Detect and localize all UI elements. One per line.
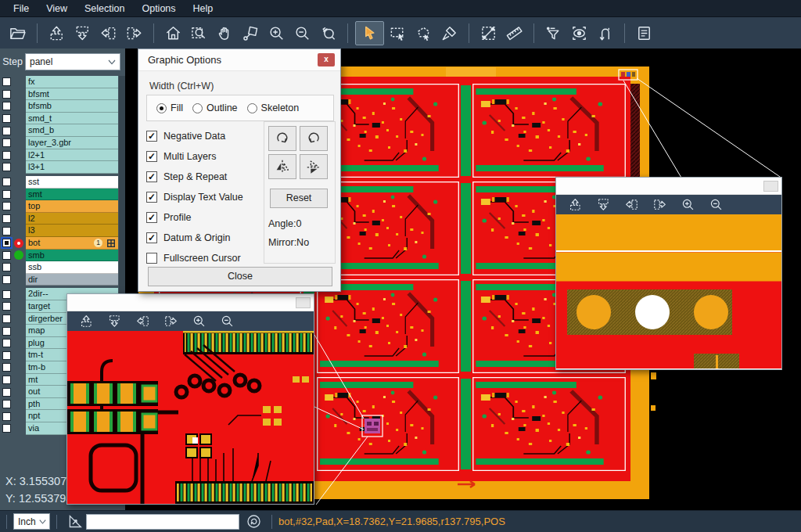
checkbox[interactable]: ✓ [146,212,157,223]
layer-label[interactable]: l2+1 [26,149,118,162]
layer-checkbox[interactable] [2,363,11,372]
layer-label[interactable]: smd_b [26,124,118,137]
layer-label[interactable]: ssb [26,261,118,274]
paint-brush-icon[interactable] [437,21,462,45]
layer-checkbox[interactable] [2,327,11,336]
layer-label[interactable]: layer_3.gbr [26,137,118,149]
layer-label[interactable]: l3+1 [26,161,118,174]
layer-label[interactable]: dir [26,274,118,286]
pan-up-icon[interactable] [45,21,69,45]
close-button[interactable]: Close [148,267,332,286]
layer-checkbox[interactable] [2,138,11,147]
layer-checkbox[interactable] [2,202,11,210]
layer-label[interactable]: smd_t [26,113,118,125]
layer-checkbox[interactable] [2,263,11,271]
measure-distance-icon[interactable] [476,21,501,45]
layer-checkbox[interactable] [2,190,11,199]
zoom-window-content[interactable] [67,331,314,504]
menu-item-file[interactable]: File [5,0,38,17]
layer-label[interactable]: l3 [26,225,118,237]
menu-item-view[interactable]: View [38,0,76,17]
zoom-out-icon[interactable] [215,313,239,330]
report-icon[interactable] [632,21,656,45]
zoom-window-detail[interactable] [66,293,314,505]
filter-icon[interactable] [541,21,566,45]
checkbox-row-negative-data[interactable]: ✓Negative Data [146,126,243,146]
refresh-icon[interactable] [246,513,262,530]
layer-label[interactable]: l2 [26,213,118,225]
layer-checkbox[interactable] [2,275,11,284]
layer-label[interactable]: sst [26,176,118,189]
radio-circle[interactable] [192,103,203,113]
layer-label[interactable]: bot1 [26,237,118,250]
layer-label[interactable]: bfsmb [26,100,118,113]
checkbox[interactable]: ✓ [146,232,157,243]
layer-checkbox[interactable] [2,127,11,135]
dialog-titlebar[interactable]: Graphic Options x [138,49,340,71]
view-options-icon[interactable] [567,21,591,45]
layer-checkbox[interactable] [2,315,11,323]
flip-h-icon[interactable] [268,154,296,179]
pan-up-icon[interactable] [563,196,587,214]
u-turn-icon[interactable] [593,21,617,45]
checkbox[interactable]: ✓ [146,131,157,142]
layer-checkbox[interactable] [2,388,11,397]
pan-left-icon[interactable] [131,313,154,330]
layer-checkbox[interactable] [2,376,11,384]
zoom-in-icon[interactable] [187,313,210,330]
radio-fill[interactable]: Fill [156,102,183,113]
pan-right-icon[interactable] [122,21,146,45]
layer-checkbox[interactable] [2,90,11,99]
pan-left-icon[interactable] [620,196,643,214]
zoom-in-icon[interactable] [676,196,699,214]
pan-down-icon[interactable] [102,313,126,330]
flip-v-icon[interactable] [300,154,328,179]
zoom-out-icon[interactable] [704,196,727,214]
zoom-previous-icon[interactable] [316,21,340,45]
grid-icon[interactable] [107,239,115,246]
menu-item-help[interactable]: Help [185,0,222,17]
layer-label[interactable]: smb [26,250,118,262]
window-button[interactable] [763,181,778,192]
pan-hand-icon[interactable] [213,21,237,45]
select-arrow-icon[interactable] [355,21,384,45]
pan-up-icon[interactable] [74,313,98,330]
pan-down-icon[interactable] [70,21,95,45]
layer-checkbox[interactable] [2,290,11,299]
radio-skeleton[interactable]: Skeleton [247,102,300,113]
layer-checkbox[interactable] [2,227,11,235]
layer-label[interactable]: bfsmt [26,88,118,101]
rotate-ccw-icon[interactable] [300,126,328,151]
unit-select[interactable]: Inch [13,513,50,530]
pan-right-icon[interactable] [648,196,671,214]
zoom-window-icon[interactable] [187,21,211,45]
layer-checkbox[interactable] [2,77,11,86]
menu-item-options[interactable]: Options [133,0,184,17]
layer-checkbox[interactable] [2,163,11,171]
layer-checkbox[interactable] [2,214,11,223]
radio-circle[interactable] [156,103,167,113]
step-select[interactable]: panel [25,53,120,70]
checkbox[interactable]: ✓ [146,192,157,203]
layer-label[interactable]: fx [26,76,118,88]
zoom-window-titlebar[interactable] [67,294,314,311]
layer-checkbox[interactable] [2,339,11,347]
pan-down-icon[interactable] [591,196,615,214]
zoom-out-icon[interactable] [290,21,314,45]
select-rect-icon[interactable] [386,21,410,45]
pan-right-icon[interactable] [159,313,182,330]
layer-label[interactable]: top [26,200,118,213]
snap-angle-icon[interactable] [66,513,83,530]
checkbox-row-datum-origin[interactable]: ✓Datum & Origin [146,228,243,248]
checkbox[interactable]: ✓ [146,151,157,162]
layer-checkbox[interactable] [2,151,11,160]
radio-circle[interactable] [247,103,257,113]
select-polygon-icon[interactable] [411,21,436,45]
pan-left-icon[interactable] [96,21,120,45]
radio-outline[interactable]: Outline [192,102,238,113]
zoom-window-content[interactable] [556,214,781,368]
layer-checkbox[interactable] [2,302,11,311]
layer-checkbox[interactable] [2,424,11,433]
menu-item-selection[interactable]: Selection [76,0,133,17]
layer-checkbox[interactable] [2,114,11,123]
